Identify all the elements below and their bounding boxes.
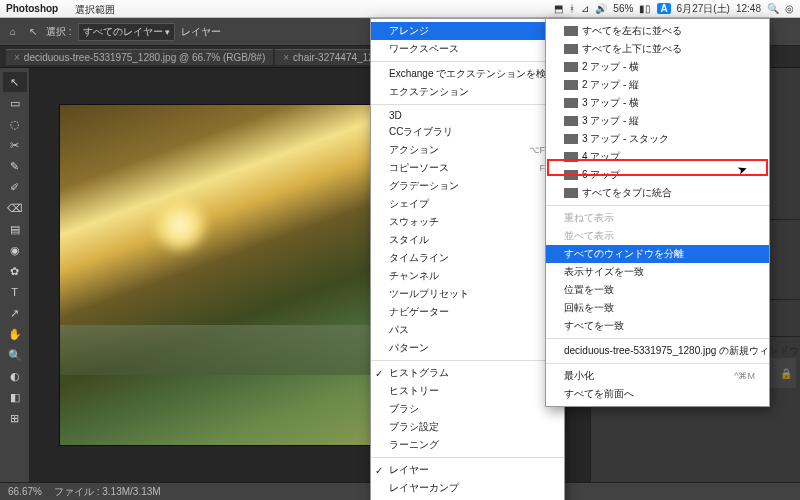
menu-選択範囲[interactable]: 選択範囲 (68, 3, 132, 17)
menu-item[interactable]: ヒストグラム (371, 364, 564, 382)
tool-button[interactable]: T (3, 282, 27, 302)
select-target-dropdown[interactable]: すべてのレイヤー ▾ (78, 23, 176, 41)
menu-item[interactable]: ヒストリー (371, 382, 564, 400)
move-tool-icon[interactable]: ↖ (26, 25, 40, 39)
close-tab-icon[interactable]: × (14, 52, 20, 63)
menu-item[interactable]: 4 アップ (546, 148, 769, 166)
tool-button[interactable]: ◉ (3, 240, 27, 260)
wifi-icon[interactable]: ⊿ (581, 3, 589, 14)
tool-button[interactable]: ⊞ (3, 408, 27, 428)
menu-item[interactable]: 表示サイズを一致 (546, 263, 769, 281)
menu-item[interactable]: Exchange でエクステンションを検索... (371, 65, 564, 83)
layout-icon (564, 80, 578, 90)
tool-button[interactable]: ⌫ (3, 198, 27, 218)
layout-icon (564, 152, 578, 162)
tool-button[interactable]: ✿ (3, 261, 27, 281)
tool-button[interactable]: ▤ (3, 219, 27, 239)
layout-icon (564, 170, 578, 180)
document-tab[interactable]: ×deciduous-tree-5331975_1280.jpg @ 66.7%… (6, 49, 273, 65)
layout-icon (564, 98, 578, 108)
lock-icon[interactable]: 🔒 (780, 368, 792, 379)
layout-icon (564, 134, 578, 144)
menu-item[interactable]: ナビゲーター (371, 303, 564, 321)
menu-item[interactable]: 2 アップ - 縦 (546, 76, 769, 94)
tool-button[interactable]: ✋ (3, 324, 27, 344)
app-name[interactable]: Photoshop (6, 3, 58, 14)
menu-item[interactable]: CCライブラリ (371, 123, 564, 141)
menu-item[interactable]: スタイル (371, 231, 564, 249)
menu-item: 並べて表示 (546, 227, 769, 245)
menu-separator (546, 338, 769, 339)
menu-item[interactable]: 3 アップ - スタック (546, 130, 769, 148)
menu-item[interactable]: すべてを上下に並べる (546, 40, 769, 58)
menu-item[interactable]: スウォッチ (371, 213, 564, 231)
menu-item[interactable]: 最小化^⌘M (546, 367, 769, 385)
ime-indicator[interactable]: A (657, 3, 670, 14)
zoom-level[interactable]: 66.67% (8, 486, 42, 497)
menu-item[interactable]: ツールプリセット (371, 285, 564, 303)
menu-item[interactable]: ラーニング (371, 436, 564, 454)
spotlight-icon[interactable]: 🔍 (767, 3, 779, 14)
menu-item[interactable]: レイヤーカンプ (371, 479, 564, 497)
tool-button[interactable]: ◧ (3, 387, 27, 407)
menu-item[interactable]: すべてのウィンドウを分離 (546, 245, 769, 263)
tool-button[interactable]: ◐ (3, 366, 27, 386)
tool-button[interactable]: ◌ (3, 114, 27, 134)
tool-button[interactable]: ✂ (3, 135, 27, 155)
siri-icon[interactable]: ◎ (785, 3, 794, 14)
tool-button[interactable]: ↗ (3, 303, 27, 323)
menu-item[interactable]: すべてをタブに統合 (546, 184, 769, 202)
menu-item[interactable]: 位置を一致 (546, 281, 769, 299)
menu-item[interactable]: 3 アップ - 縦 (546, 112, 769, 130)
menu-item[interactable]: エクステンション (371, 83, 564, 101)
menu-item[interactable]: パターン (371, 339, 564, 357)
menu-item[interactable]: レイヤー (371, 461, 564, 479)
mac-menubar: Photoshop ファイル編集イメージレイヤー書式選択範囲フィルター3D表示ウ… (0, 0, 800, 18)
document-image[interactable] (60, 105, 400, 445)
menu-item[interactable]: 回転を一致 (546, 299, 769, 317)
menu-separator (546, 205, 769, 206)
close-tab-icon[interactable]: × (283, 52, 289, 63)
menubar-date: 6月27日(土) (677, 2, 730, 16)
tool-button[interactable]: 🔍 (3, 345, 27, 365)
window-menu-dropdown: アレンジワークスペースExchange でエクステンションを検索...エクステン… (370, 18, 565, 500)
battery-icon[interactable]: ▮▯ (639, 3, 651, 14)
tool-button[interactable]: ✐ (3, 177, 27, 197)
file-info: ファイル : 3.13M/3.13M (54, 485, 161, 499)
dropbox-icon[interactable]: ⬒ (554, 3, 563, 14)
battery-percent: 56% (613, 3, 633, 14)
menu-item[interactable]: すべてを前面へ (546, 385, 769, 403)
layout-icon (564, 188, 578, 198)
menu-separator (371, 104, 564, 105)
home-icon[interactable]: ⌂ (6, 25, 20, 39)
tool-button[interactable]: ▭ (3, 93, 27, 113)
menubar-time: 12:48 (736, 3, 761, 14)
tool-button[interactable]: ↖ (3, 72, 27, 92)
menu-item[interactable]: アレンジ (371, 22, 564, 40)
arrange-submenu: すべてを左右に並べるすべてを上下に並べる2 アップ - 横2 アップ - 縦3 … (545, 18, 770, 407)
menu-item[interactable]: コピーソースF8 (371, 159, 564, 177)
menu-item[interactable]: すべてを一致 (546, 317, 769, 335)
menu-item[interactable]: ブラシ (371, 400, 564, 418)
menu-item[interactable]: ブラシ設定 (371, 418, 564, 436)
menu-item[interactable]: アクション⌥F9 (371, 141, 564, 159)
menu-item[interactable]: 3 アップ - 横 (546, 94, 769, 112)
menu-item[interactable]: 3D (371, 108, 564, 123)
menu-item[interactable]: deciduous-tree-5331975_1280.jpg の新規ウィンドウ (546, 342, 769, 360)
tool-button[interactable]: ✎ (3, 156, 27, 176)
menu-item[interactable]: チャンネル (371, 267, 564, 285)
volume-icon[interactable]: 🔊 (595, 3, 607, 14)
menu-item[interactable]: グラデーション (371, 177, 564, 195)
menu-item[interactable]: ワークスペース (371, 40, 564, 58)
menu-item[interactable]: パス (371, 321, 564, 339)
menu-item[interactable]: すべてを左右に並べる (546, 22, 769, 40)
menu-separator (371, 360, 564, 361)
menu-separator (371, 61, 564, 62)
menu-item[interactable]: 2 アップ - 横 (546, 58, 769, 76)
menu-item[interactable]: タイムライン (371, 249, 564, 267)
layer-label: レイヤー (181, 25, 221, 39)
menu-item[interactable]: シェイプ (371, 195, 564, 213)
menu-separator (371, 457, 564, 458)
bluetooth-icon[interactable]: ᚼ (569, 3, 575, 14)
menu-separator (546, 363, 769, 364)
